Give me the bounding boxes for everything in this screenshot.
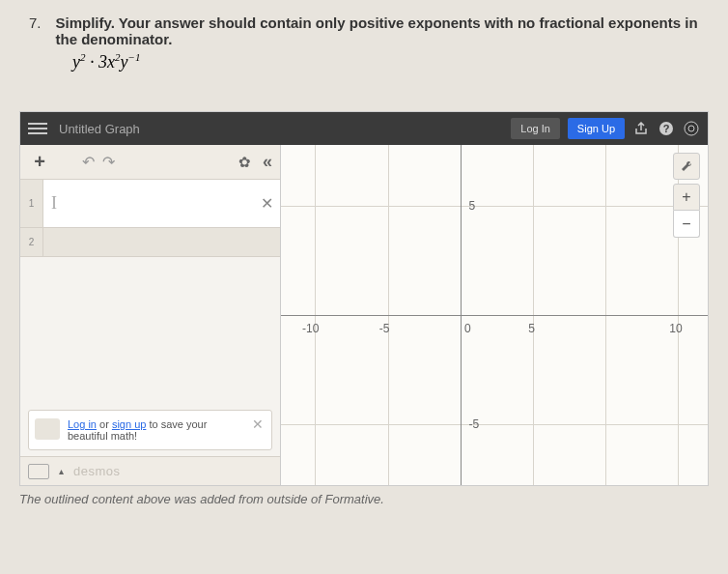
expression-index: 1 [20,180,43,227]
tick-label: 10 [669,322,682,335]
tick-label: -5 [379,322,390,335]
undo-icon[interactable]: ↶ [82,153,95,171]
wrench-icon[interactable] [673,153,700,180]
help-icon[interactable]: ? [658,120,675,137]
share-icon[interactable] [632,120,650,137]
graph-canvas[interactable]: -10 -5 0 5 10 5 -5 + − [281,145,708,485]
panel-bottom-bar: ▴ desmos [20,456,280,485]
close-icon[interactable]: ✕ [253,180,280,227]
y-axis [461,145,462,485]
svg-point-2 [685,122,698,135]
expression-row[interactable]: 1 I ✕ [20,180,280,228]
question-formula: y2 · 3x2y−1 [72,51,699,72]
tick-label: 5 [528,322,535,335]
x-axis [281,315,708,316]
chevron-up-icon[interactable]: ▴ [59,466,64,476]
camera-icon[interactable] [683,120,700,137]
question-area: 7. Simplify. Your answer should contain … [0,0,728,82]
zoom-in-button[interactable]: + [673,184,700,211]
graph-title[interactable]: Untitled Graph [59,122,511,136]
gear-icon[interactable]: ✿ [238,154,251,171]
add-expression-button[interactable]: + [28,151,51,173]
question-number: 7. [29,14,42,31]
expression-row[interactable]: 2 [20,228,280,257]
redo-icon[interactable]: ↷ [102,153,115,171]
footer-note: The outlined content above was added fro… [19,492,709,506]
close-icon[interactable]: ✕ [252,416,264,432]
svg-text:?: ? [663,123,670,134]
expression-index: 2 [20,228,43,256]
tick-label: -10 [302,322,319,335]
save-promo: Log in or sign up to save your beautiful… [28,410,272,450]
promo-signup-link[interactable]: sign up [112,418,146,430]
desmos-embed: Untitled Graph Log In Sign Up ? + ↶ ↷ [19,111,709,486]
tick-label: 5 [468,199,475,213]
tick-label: 0 [464,322,471,335]
tick-label: -5 [468,417,479,431]
question-text: Simplify. Your answer should contain onl… [56,14,699,47]
hamburger-icon[interactable] [28,123,47,134]
zoom-out-button[interactable]: − [673,211,700,238]
graph-tools: + − [673,153,700,238]
promo-login-link[interactable]: Log in [68,418,97,430]
desmos-topbar: Untitled Graph Log In Sign Up ? [20,112,708,145]
collapse-icon[interactable]: « [263,152,272,172]
expression-toolbar: + ↶ ↷ ✿ « [20,145,280,180]
signup-button[interactable]: Sign Up [568,118,625,139]
desmos-brand: desmos [73,464,121,478]
expression-input[interactable]: I [43,180,253,227]
promo-icon [35,418,60,440]
expression-panel: + ↶ ↷ ✿ « 1 I ✕ 2 [20,145,281,485]
keyboard-icon[interactable] [28,464,49,479]
login-button[interactable]: Log In [511,118,560,139]
